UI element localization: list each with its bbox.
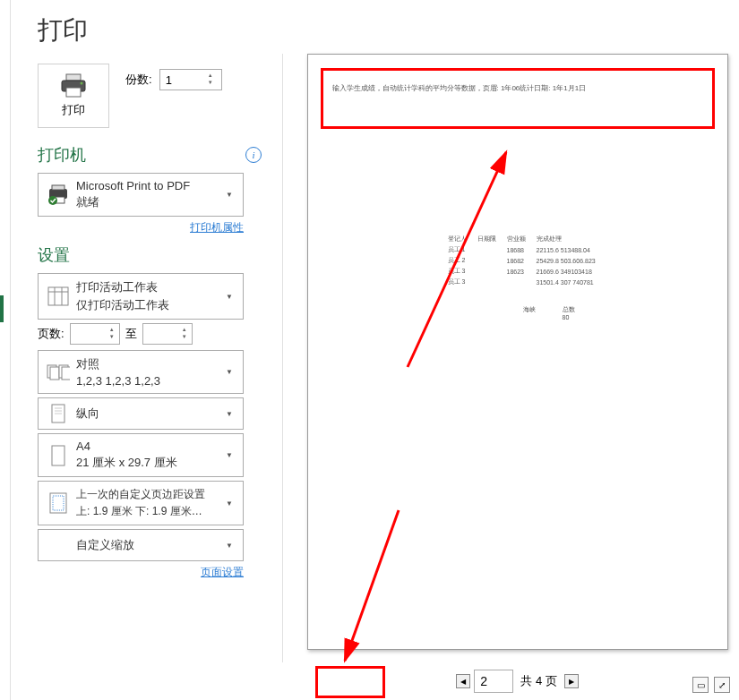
svg-point-3 bbox=[81, 82, 83, 85]
page-from-input[interactable]: ▲▼ bbox=[70, 323, 120, 345]
sheet-icon bbox=[47, 286, 69, 306]
collate-dropdown[interactable]: 对照 1,2,3 1,2,3 1,2,3 ▼ bbox=[38, 350, 244, 394]
printer-status: 就绪 bbox=[76, 194, 223, 210]
orientation-dropdown[interactable]: 纵向 ▼ bbox=[38, 397, 244, 430]
settings-section-title: 设置 bbox=[38, 244, 262, 266]
svg-rect-15 bbox=[62, 367, 70, 380]
copies-down[interactable]: ▼ bbox=[205, 80, 216, 87]
printer-section-title: 打印机 bbox=[38, 144, 86, 166]
printer-name: Microsoft Print to PDF bbox=[76, 179, 223, 192]
prev-page-button[interactable]: ◀ bbox=[456, 674, 470, 688]
chevron-down-icon: ▼ bbox=[223, 191, 236, 199]
collate-icon bbox=[47, 363, 70, 382]
scaling-dropdown[interactable]: 自定义缩放 ▼ bbox=[38, 529, 244, 561]
svg-rect-2 bbox=[66, 88, 81, 97]
chevron-down-icon: ▼ bbox=[223, 451, 236, 459]
printer-icon bbox=[59, 73, 88, 98]
svg-rect-8 bbox=[48, 287, 68, 305]
preview-page: 输入学生成绩，自动统计学科的平均分等数据，页眉: 1年06统计日期: 1年1月1… bbox=[307, 54, 728, 650]
copies-up[interactable]: ▲ bbox=[205, 73, 216, 80]
chevron-down-icon: ▼ bbox=[223, 410, 236, 418]
printer-dropdown[interactable]: Microsoft Print to PDF 就绪 ▼ bbox=[38, 173, 244, 217]
info-icon[interactable]: i bbox=[245, 147, 262, 163]
margins-icon bbox=[49, 492, 67, 514]
current-page-input[interactable] bbox=[474, 670, 513, 693]
pages-label: 页数: bbox=[38, 326, 64, 342]
printer-properties-link[interactable]: 打印机属性 bbox=[190, 221, 244, 234]
paper-icon bbox=[50, 445, 66, 466]
portrait-icon bbox=[50, 404, 66, 423]
page-count-label: 共 4 页 bbox=[520, 673, 556, 689]
page-to-input[interactable]: ▲▼ bbox=[142, 323, 193, 345]
svg-rect-5 bbox=[52, 185, 64, 190]
print-button-label: 打印 bbox=[62, 102, 85, 118]
preview-table: 登记人日期限营业额完成处理员工 11868822115.6 513488.04员… bbox=[443, 234, 601, 287]
svg-rect-13 bbox=[50, 367, 59, 380]
print-area-dropdown[interactable]: 打印活动工作表 仅打印活动工作表 ▼ bbox=[38, 273, 244, 320]
zoom-to-page-button[interactable]: ⤢ bbox=[714, 677, 730, 693]
print-preview: 输入学生成绩，自动统计学科的平均分等数据，页眉: 1年06统计日期: 1年1月1… bbox=[305, 54, 730, 662]
annotation-box-top: 输入学生成绩，自动统计学科的平均分等数据，页眉: 1年06统计日期: 1年1月1… bbox=[321, 68, 715, 129]
page-navigation: ◀ 共 4 页 ▶ bbox=[305, 668, 730, 695]
next-page-button[interactable]: ▶ bbox=[564, 674, 579, 688]
print-button[interactable]: 打印 bbox=[38, 64, 109, 128]
copies-label: 份数: bbox=[125, 72, 152, 88]
page-setup-link[interactable]: 页面设置 bbox=[201, 566, 244, 578]
chevron-down-icon: ▼ bbox=[223, 499, 236, 508]
chevron-down-icon: ▼ bbox=[223, 542, 236, 550]
preview-footer: 海峡 总数 80 bbox=[523, 305, 575, 320]
margins-dropdown[interactable]: 上一次的自定义页边距设置 上: 1.9 厘米 下: 1.9 厘米… ▼ bbox=[38, 481, 244, 525]
show-margins-button[interactable]: ▭ bbox=[692, 677, 709, 693]
copies-input[interactable]: 1 ▲ ▼ bbox=[159, 69, 222, 90]
chevron-down-icon: ▼ bbox=[223, 368, 236, 376]
printer-ready-icon bbox=[47, 184, 70, 206]
svg-point-7 bbox=[48, 196, 57, 205]
pages-to-label: 至 bbox=[125, 326, 137, 342]
page-title: 打印 bbox=[38, 13, 262, 47]
chevron-down-icon: ▼ bbox=[223, 293, 236, 301]
paper-dropdown[interactable]: A4 21 厘米 x 29.7 厘米 ▼ bbox=[38, 433, 244, 477]
svg-rect-0 bbox=[66, 74, 81, 81]
svg-rect-20 bbox=[52, 446, 64, 465]
